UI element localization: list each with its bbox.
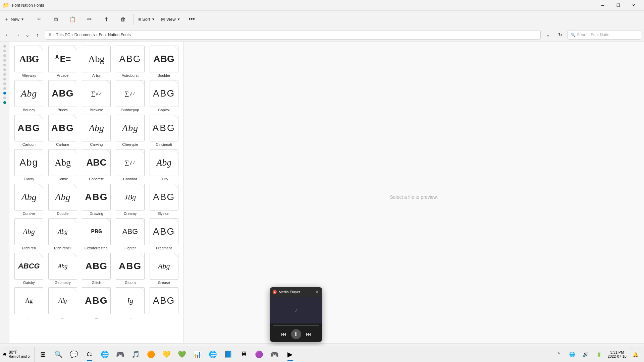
font-item-boulder[interactable]: ABGBoulder [147,44,181,79]
font-item-cursive[interactable]: AbgCursive [12,182,46,217]
breadcrumb-this-pc[interactable]: This PC [56,33,70,37]
close-button[interactable]: ✕ [626,0,641,11]
taskbar-music[interactable]: 🎵 [128,347,143,362]
taskbar-yellow-app[interactable]: 💛 [159,347,174,362]
font-item-drawing[interactable]: ABGDrawing [79,182,113,217]
font-item-astroburst[interactable]: ABGAstroburst [113,44,147,79]
font-item-etchpen[interactable]: AbgEtchPen [12,217,46,251]
share-button[interactable]: ↗ [98,12,114,27]
search-bar[interactable]: 🔍 Search Font Natio... [568,30,641,40]
taskbar-excel[interactable]: 📊 [190,347,205,362]
font-item-elysium[interactable]: ABGElysium [147,182,181,217]
minimize-button[interactable]: ─ [595,0,610,11]
font-item-comic[interactable]: AbgComic [46,148,80,182]
font-item-clarity[interactable]: AbgClarity [12,148,46,182]
font-item-doodle[interactable]: AbgDoodle [46,182,80,217]
font-item-cherrypie[interactable]: AbgCherrypie [113,113,147,148]
font-item-carving[interactable]: AbgCarving [79,113,113,148]
taskbar-battery[interactable]: 🔋 [593,347,605,362]
font-item-brownie[interactable]: ∑√≠Brownie [79,79,113,113]
font-item-gatsby[interactable]: ABCGGatsby [12,251,46,286]
forward-button[interactable]: → [13,30,22,40]
copy-button[interactable]: ⧉ [48,12,64,27]
taskbar-word[interactable]: 📘 [221,347,236,362]
expand-button[interactable]: ⌄ [543,30,553,40]
media-play-pause-button[interactable]: ⏸ [291,329,301,339]
rename-button[interactable]: ✏ [82,12,98,27]
font-item-concrete[interactable]: ABCConcrete [79,148,113,182]
taskbar-start[interactable]: ⊞ [36,347,51,362]
font-item-...[interactable]: Ig... [113,286,147,320]
media-next-button[interactable]: ⏭ [304,329,313,339]
font-item-curly[interactable]: AbgCurly [147,148,181,182]
font-item-artsy[interactable]: AbgArtsy [79,44,113,79]
font-name-label: Astroburst [122,73,139,77]
font-item-crowbar[interactable]: ∑√≠Crowbar [113,148,147,182]
font-item-...[interactable]: Ag... [12,286,46,320]
font-item-arcade[interactable]: ᴬE≡Arcade [46,44,80,79]
taskbar-edge2[interactable]: 🌐 [206,347,220,362]
media-prev-button[interactable]: ⏮ [279,329,288,339]
font-item-alleyway[interactable]: ABGAlleyway [12,44,46,79]
font-item-cincinnati[interactable]: ABGCincinnati [147,113,181,148]
font-item-cartune[interactable]: ABGCartune [46,113,80,148]
font-item-grease[interactable]: AbgGrease [147,251,181,286]
font-item-bricks[interactable]: ABGBricks [46,79,80,113]
font-item-capitol[interactable]: ABGCapitol [147,79,181,113]
font-item-geometry[interactable]: AbgGeometry [46,251,80,286]
media-progress-bar[interactable] [273,325,319,326]
view-button[interactable]: ⊞ View ▼ [158,12,183,27]
strip-indicator-13 [3,101,6,104]
taskbar-orange-app[interactable]: 🟠 [144,347,159,362]
font-item-cartoon[interactable]: ABGCartoon [12,113,46,148]
back-button[interactable]: ← [3,30,12,40]
taskbar-game2[interactable]: 🎮 [267,347,282,362]
taskbar-green-app[interactable]: 💚 [175,347,190,362]
sort-button[interactable]: ≡ Sort ▼ [136,12,158,27]
font-name-label: ... [28,315,31,319]
restore-button[interactable]: ❐ [610,0,626,11]
taskbar-edge[interactable]: 🌐 [98,347,112,362]
weather-widget[interactable]: 🌧 80°F Rain off and on [0,347,35,362]
taskbar-devtools[interactable]: 🖥 [236,347,251,362]
more-button[interactable]: ••• [184,12,200,27]
paste-button[interactable]: 📋 [65,12,81,27]
taskbar-notifications[interactable]: 🔔 [629,347,641,362]
taskbar-media-player[interactable]: ▶ [283,347,298,362]
font-item-...[interactable]: Alg... [46,286,80,320]
title-bar-controls: ─ ❐ ✕ [595,0,641,11]
font-item-extraterrestrial[interactable]: PBGExtraterrestrial [79,217,113,251]
font-item-dreamy[interactable]: JBgDreamy [113,182,147,217]
delete-button[interactable]: 🗑 [115,12,131,27]
taskbar-chevron[interactable]: ^ [553,347,565,362]
taskbar-explorer[interactable]: 🗂 [82,347,97,362]
taskbar-volume[interactable]: 🔊 [580,347,592,362]
refresh-button[interactable]: ↻ [555,30,565,40]
cut-button[interactable]: ✂ [31,12,47,27]
font-item-etchpencil[interactable]: AbgEtchPencil [46,217,80,251]
font-item-bouncy[interactable]: AbgBouncy [12,79,46,113]
font-name-label: Cartune [56,142,69,146]
taskbar-clock[interactable]: 3:31 PM 2022-07-16 [606,347,628,362]
breadcrumb-font-nation[interactable]: Font Nation Fonts [99,33,130,37]
up-button[interactable]: ↑ [33,30,42,40]
breadcrumb[interactable]: 🖥 › This PC › Documents › Font Nation Fo… [45,30,541,40]
taskbar-purple-app[interactable]: 🟣 [252,347,267,362]
font-item-...[interactable]: ABG... [147,286,181,320]
taskbar-gamepass[interactable]: 🎮 [113,347,128,362]
strip-indicator-5 [3,64,6,66]
taskbar-chat[interactable]: 💬 [67,347,82,362]
taskbar-network[interactable]: 🌐 [566,347,578,362]
font-item-bubblepop[interactable]: ∑√≠Bubblepop [113,79,147,113]
new-button[interactable]: ＋ New ▼ [1,12,27,27]
breadcrumb-documents[interactable]: Documents [74,33,95,37]
font-name-label: ... [61,315,64,319]
taskbar-search[interactable]: 🔍 [51,347,66,362]
font-item-fighter[interactable]: ABGFighter [113,217,147,251]
media-close-button[interactable]: ✕ [315,290,319,294]
font-item-gloom[interactable]: ABGGloom [113,251,147,286]
font-item-glitch[interactable]: ABGGlitch [79,251,113,286]
font-item-fragment[interactable]: ABGFragment [147,217,181,251]
font-item-...[interactable]: ABG... [79,286,113,320]
recent-button[interactable]: ⌄ [23,30,32,40]
